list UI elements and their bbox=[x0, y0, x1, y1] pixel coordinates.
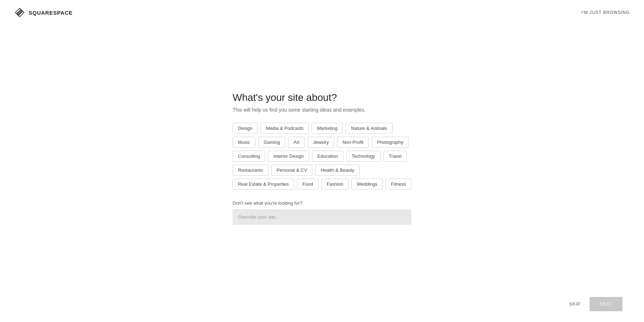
footer: SKIP NEXT bbox=[564, 297, 623, 311]
category-tag-technology[interactable]: Technology bbox=[346, 151, 381, 162]
category-tag-jewelry[interactable]: Jewelry bbox=[308, 137, 334, 148]
squarespace-logo-icon bbox=[14, 7, 25, 18]
category-tag-non-profit[interactable]: Non-Profit bbox=[337, 137, 369, 148]
skip-button[interactable]: SKIP bbox=[564, 297, 586, 311]
category-tag-design[interactable]: Design bbox=[233, 123, 258, 134]
category-tag-travel[interactable]: Travel bbox=[384, 151, 407, 162]
logo[interactable]: SQUARESPACE bbox=[14, 7, 73, 18]
header: SQUARESPACE I'M JUST BROWSING bbox=[0, 0, 644, 25]
category-tag-music[interactable]: Music bbox=[233, 137, 255, 148]
logo-text: SQUARESPACE bbox=[29, 10, 73, 16]
category-tag-art[interactable]: Art bbox=[288, 137, 305, 148]
category-tag-education[interactable]: Education bbox=[312, 151, 343, 162]
category-tag-real-estate[interactable]: Real Estate & Properties bbox=[233, 179, 294, 190]
category-tag-photography[interactable]: Photography bbox=[372, 137, 409, 148]
category-tag-fashion[interactable]: Fashion bbox=[321, 179, 348, 190]
category-tag-consulting[interactable]: Consulting bbox=[233, 151, 265, 162]
category-tag-media-podcasts[interactable]: Media & Podcasts bbox=[260, 123, 309, 134]
custom-section-label: Don't see what you're looking for? bbox=[233, 200, 411, 206]
describe-input[interactable] bbox=[233, 209, 411, 225]
category-tag-personal-cv[interactable]: Personal & CV bbox=[271, 165, 312, 176]
categories-container: DesignMedia & PodcastsMarketingNature & … bbox=[233, 123, 411, 190]
browsing-link[interactable]: I'M JUST BROWSING bbox=[581, 10, 630, 15]
category-tag-interior-design[interactable]: Interior Design bbox=[268, 151, 309, 162]
category-tag-nature-animals[interactable]: Nature & Animals bbox=[346, 123, 392, 134]
category-tag-health-beauty[interactable]: Health & Beauty bbox=[315, 165, 360, 176]
main-content: What's your site about? This will help u… bbox=[233, 92, 411, 225]
category-tag-weddings[interactable]: Weddings bbox=[351, 179, 383, 190]
page-title: What's your site about? bbox=[233, 92, 411, 103]
category-tag-restaurants[interactable]: Restaurants bbox=[233, 165, 268, 176]
next-button[interactable]: NEXT bbox=[590, 297, 623, 311]
category-tag-food[interactable]: Food bbox=[297, 179, 318, 190]
page-subtitle: This will help us find you some starting… bbox=[233, 107, 411, 113]
category-tag-fitness[interactable]: Fitness bbox=[386, 179, 411, 190]
category-tag-marketing[interactable]: Marketing bbox=[312, 123, 343, 134]
category-tag-gaming[interactable]: Gaming bbox=[258, 137, 286, 148]
